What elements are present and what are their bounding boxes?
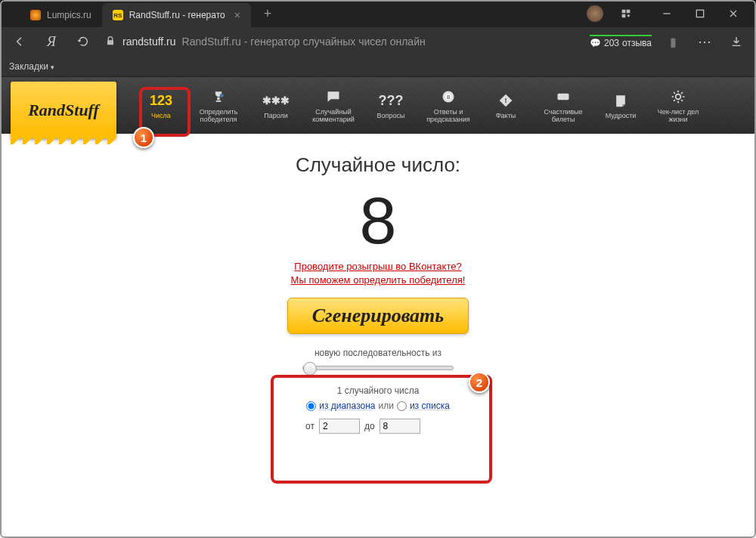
site-nav: RandStuff 123 Числа Определить победител… <box>0 77 756 134</box>
tab-label: Lumpics.ru <box>47 10 91 20</box>
nav-label: Чек-лист дел жизни <box>649 109 708 124</box>
nav-comment[interactable]: Случайный комментарий <box>302 77 364 134</box>
reload-button[interactable] <box>73 31 94 52</box>
url-domain: randstuff.ru <box>122 36 176 48</box>
generate-button[interactable]: Сгенерировать <box>287 298 469 334</box>
nav-questions[interactable]: ??? Вопросы <box>364 77 417 134</box>
ticket-icon <box>556 89 571 104</box>
question-icon: ??? <box>379 93 404 109</box>
nav-facts[interactable]: ! Факты <box>479 77 532 134</box>
page-title: Случайное число: <box>296 153 460 177</box>
eightball-icon: 8 <box>441 89 456 104</box>
nav-label: Факты <box>496 113 516 120</box>
close-icon[interactable]: × <box>234 9 240 21</box>
from-input[interactable] <box>319 419 360 434</box>
chevron-down-icon: ▾ <box>51 63 54 71</box>
bookmarks-menu[interactable]: Закладки ▾ <box>9 61 54 72</box>
nav-numbers[interactable]: 123 Числа <box>135 77 187 134</box>
nav-wisdom[interactable]: Мудрости <box>594 77 647 134</box>
nav-label: Счастливые билеты <box>534 109 593 124</box>
promo-line2: Мы поможем определить победителя! <box>291 274 466 286</box>
promo-link[interactable]: Проводите розыгрыш во ВКонтакте? Мы помо… <box>291 260 466 287</box>
downloads-button[interactable] <box>726 31 747 52</box>
page-viewport: RandStuff 123 Числа Определить победител… <box>0 77 756 538</box>
nav-passwords[interactable]: ✱✱✱ Пароли <box>249 77 302 134</box>
annotation-marker-2: 2 <box>469 372 490 393</box>
svg-point-2 <box>220 94 224 97</box>
note-icon <box>613 93 628 108</box>
annotation-marker-1: 1 <box>133 127 154 148</box>
reviews-count: 203 <box>604 38 619 48</box>
nav-label: Ответы и предсказания <box>419 109 478 124</box>
to-label: до <box>364 421 375 431</box>
tab-lumpics[interactable]: Lumpics.ru <box>20 3 102 27</box>
nav-answers[interactable]: 8 Ответы и предсказания <box>417 77 479 134</box>
comment-icon <box>326 89 341 104</box>
radio-list-label[interactable]: из списка <box>410 400 450 411</box>
main-content: Случайное число: 8 Проводите розыгрыш во… <box>0 134 756 441</box>
window-minimize-button[interactable] <box>650 2 683 26</box>
nav-label: Вопросы <box>377 113 405 120</box>
site-logo[interactable]: RandStuff <box>11 82 116 138</box>
comment-icon: 💬 <box>590 38 601 48</box>
profile-avatar[interactable] <box>587 5 603 22</box>
bookmarks-bar: Закладки ▾ <box>0 56 756 77</box>
promo-line1: Проводите розыгрыш во ВКонтакте? <box>294 261 461 272</box>
tab-randstuff[interactable]: RS RandStuff.ru - генерато × <box>102 3 251 27</box>
hub-icon[interactable] <box>609 2 643 26</box>
nav-winner[interactable]: Определить победителя <box>187 77 249 134</box>
svg-text:8: 8 <box>447 94 450 100</box>
nav-label: Мудрости <box>606 113 637 120</box>
gear-icon <box>671 89 686 104</box>
svg-text:!: ! <box>504 97 507 104</box>
svg-rect-0 <box>663 13 670 14</box>
count-slider[interactable] <box>302 363 454 373</box>
svg-point-8 <box>676 94 681 100</box>
controls-panel: новую последовательность из 1 случайного… <box>280 348 476 441</box>
url-title: RandStuff.ru - генератор случайных чисел… <box>182 36 426 48</box>
radio-list[interactable] <box>397 401 407 411</box>
trophy-icon <box>211 89 226 104</box>
radio-sep: или <box>378 400 393 411</box>
new-tab-button[interactable]: + <box>257 3 278 24</box>
to-input[interactable] <box>380 419 420 434</box>
sequence-label: новую последовательность из <box>280 348 476 358</box>
nav-label: Числа <box>151 113 171 120</box>
logo-text: RandStuff <box>28 100 99 120</box>
nav-checklist[interactable]: Чек-лист дел жизни <box>647 77 709 134</box>
svg-rect-1 <box>696 10 703 17</box>
more-button[interactable]: ⋯ <box>694 31 715 52</box>
asterisk-icon: ✱✱✱ <box>262 94 290 107</box>
svg-rect-7 <box>558 94 569 100</box>
tab-favicon-icon: RS <box>113 10 123 20</box>
browser-address-bar: Я randstuff.ru RandStuff.ru - генератор … <box>0 27 756 56</box>
tab-label: RandStuff.ru - генерато <box>129 10 225 20</box>
result-number: 8 <box>360 187 397 254</box>
window-maximize-button[interactable] <box>683 2 717 26</box>
nav-label: Пароли <box>264 113 288 120</box>
lock-icon <box>104 35 116 49</box>
tab-favicon-icon <box>30 10 41 20</box>
bookmarks-label-text: Закладки <box>9 61 48 72</box>
info-icon: ! <box>498 93 513 108</box>
address-field[interactable]: randstuff.ru RandStuff.ru - генератор сл… <box>104 31 579 52</box>
reviews-badge[interactable]: 💬 203 отзыва <box>590 35 652 48</box>
numbers-icon: 123 <box>150 93 172 109</box>
nav-label: Случайный комментарий <box>304 109 363 124</box>
back-button[interactable] <box>9 31 30 52</box>
yandex-home-button[interactable]: Я <box>41 31 62 52</box>
reviews-word: отзыва <box>622 38 652 48</box>
browser-title-bar: Lumpics.ru RS RandStuff.ru - генерато × … <box>0 0 756 27</box>
radio-range[interactable] <box>306 401 316 411</box>
bookmark-icon[interactable]: ▮ <box>662 31 683 52</box>
from-label: от <box>305 421 314 431</box>
nav-label: Определить победителя <box>189 109 248 124</box>
nav-tickets[interactable]: Счастливые билеты <box>532 77 594 134</box>
count-label: 1 случайного числа <box>280 385 476 396</box>
radio-range-label[interactable]: из диапазона <box>319 400 375 411</box>
window-close-button[interactable] <box>717 2 750 26</box>
